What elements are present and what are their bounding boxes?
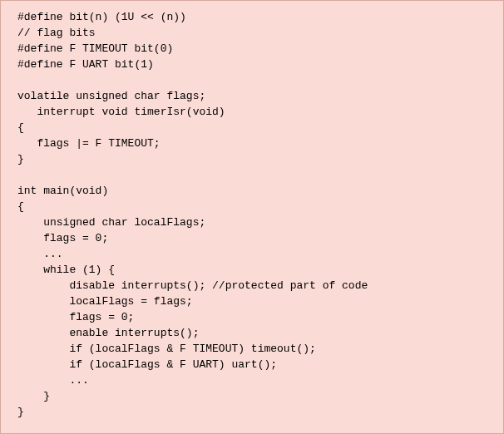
code-block: #define bit(n) (1U << (n)) // flag bits … bbox=[0, 0, 504, 434]
